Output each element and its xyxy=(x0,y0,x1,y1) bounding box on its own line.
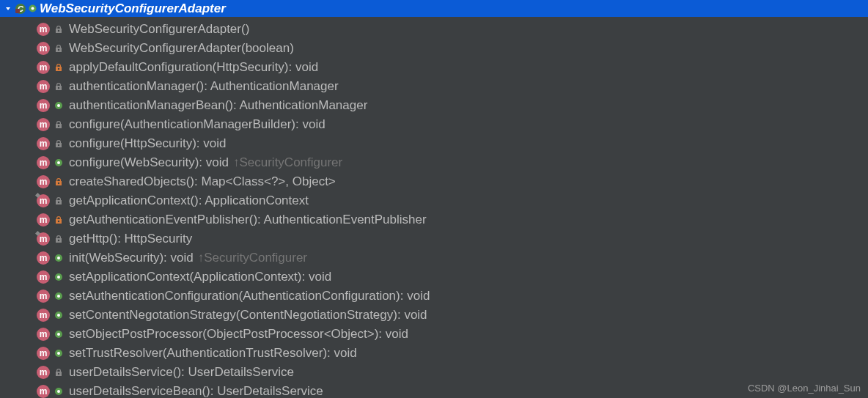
method-icon: m xyxy=(37,118,50,131)
public-access-icon xyxy=(53,309,65,321)
method-row[interactable]: mgetApplicationContext(): ApplicationCon… xyxy=(0,191,868,210)
svg-point-15 xyxy=(58,183,59,184)
method-signature: userDetailsService(): UserDetailsService xyxy=(69,365,294,380)
svg-point-11 xyxy=(58,125,59,127)
protected-access-icon xyxy=(53,23,65,35)
method-icon: m xyxy=(37,213,50,226)
protected-access-icon xyxy=(53,43,65,54)
method-icon: m xyxy=(37,99,50,112)
method-signature: authenticationManager(): AuthenticationM… xyxy=(69,79,339,94)
method-row[interactable]: mgetHttp(): HttpSecurity xyxy=(0,229,868,248)
method-row[interactable]: msetContentNegotationStrategy(ContentNeg… xyxy=(0,306,868,325)
private-access-icon xyxy=(53,62,65,73)
method-icon: m xyxy=(37,156,50,169)
method-icon: m xyxy=(37,61,50,74)
method-signature: setObjectPostProcessor(ObjectPostProcess… xyxy=(69,327,408,342)
method-signature: setApplicationContext(ApplicationContext… xyxy=(69,270,331,284)
public-access-icon xyxy=(53,271,65,283)
method-icon: m xyxy=(37,175,50,188)
svg-point-20 xyxy=(57,257,60,259)
method-signature: setAuthenticationConfiguration(Authentic… xyxy=(69,289,430,303)
protected-access-icon xyxy=(53,195,65,207)
method-icon: m xyxy=(37,270,50,284)
svg-point-33 xyxy=(57,390,60,393)
svg-point-10 xyxy=(57,104,60,107)
method-signature: init(WebSecurity): void xyxy=(69,251,194,265)
method-row[interactable]: mcreateSharedObjects(): Map<Class<?>, Ob… xyxy=(0,172,868,191)
method-row[interactable]: msetTrustResolver(AuthenticationTrustRes… xyxy=(0,344,868,363)
public-access-icon xyxy=(53,157,65,169)
method-row[interactable]: mWebSecurityConfigurerAdapter(boolean) xyxy=(0,39,868,58)
method-row[interactable]: mauthenticationManagerBean(): Authentica… xyxy=(0,96,868,115)
method-list: mWebSecurityConfigurerAdapter()mWebSecur… xyxy=(0,17,868,398)
svg-point-30 xyxy=(57,352,60,355)
class-icon: C xyxy=(15,3,26,15)
method-icon: m xyxy=(37,137,50,150)
method-signature: applyDefaultConfiguration(HttpSecurity):… xyxy=(69,60,318,75)
svg-point-12 xyxy=(58,144,59,146)
method-signature: setTrustResolver(AuthenticationTrustReso… xyxy=(69,346,357,361)
public-access-icon xyxy=(53,252,65,264)
structure-header[interactable]: C WebSecurityConfigurerAdapter xyxy=(0,0,868,17)
public-access-icon xyxy=(53,347,65,359)
expand-toggle-icon[interactable] xyxy=(3,4,13,14)
public-access-icon xyxy=(53,290,65,302)
class-title: WebSecurityConfigurerAdapter xyxy=(40,1,226,16)
method-row[interactable]: mapplyDefaultConfiguration(HttpSecurity)… xyxy=(0,58,868,77)
override-origin: ↑SecurityConfigurer xyxy=(233,155,342,170)
protected-access-icon xyxy=(53,81,65,92)
svg-rect-2 xyxy=(15,9,20,13)
public-access-icon xyxy=(53,386,65,397)
method-signature: configure(AuthenticationManagerBuilder):… xyxy=(69,117,326,132)
svg-point-24 xyxy=(57,295,60,298)
public-access-icon xyxy=(53,100,65,111)
method-signature: getAuthenticationEventPublisher(): Authe… xyxy=(69,213,427,227)
method-row[interactable]: mgetAuthenticationEventPublisher(): Auth… xyxy=(0,210,868,229)
method-icon: m xyxy=(37,42,50,55)
svg-point-26 xyxy=(57,314,60,317)
method-row[interactable]: minit(WebSecurity): void↑SecurityConfigu… xyxy=(0,248,868,268)
method-icon: m xyxy=(37,385,50,398)
method-signature: getApplicationContext(): ApplicationCont… xyxy=(69,194,309,208)
svg-point-4 xyxy=(31,7,34,10)
method-icon: m xyxy=(37,309,50,322)
protected-access-icon xyxy=(53,138,65,150)
method-row[interactable]: mconfigure(AuthenticationManagerBuilder)… xyxy=(0,115,868,134)
svg-point-14 xyxy=(57,161,60,164)
protected-access-icon xyxy=(53,233,65,245)
method-row[interactable]: mauthenticationManager(): Authentication… xyxy=(0,77,868,96)
method-row[interactable]: muserDetailsService(): UserDetailsServic… xyxy=(0,363,868,382)
method-icon: m xyxy=(37,23,50,36)
method-row[interactable]: msetAuthenticationConfiguration(Authenti… xyxy=(0,287,868,306)
method-signature: userDetailsServiceBean(): UserDetailsSer… xyxy=(69,384,323,398)
svg-point-7 xyxy=(58,68,59,70)
method-icon: m xyxy=(37,328,50,341)
protected-access-icon xyxy=(53,119,65,130)
svg-point-18 xyxy=(58,240,59,241)
method-row[interactable]: mWebSecurityConfigurerAdapter() xyxy=(0,20,868,39)
protected-access-icon xyxy=(53,366,65,378)
method-icon: m xyxy=(37,194,50,207)
method-row[interactable]: msetApplicationContext(ApplicationContex… xyxy=(0,268,868,287)
svg-point-6 xyxy=(58,49,59,51)
method-signature: configure(WebSecurity): void xyxy=(69,155,229,170)
method-icon: m xyxy=(37,80,50,93)
method-icon: m xyxy=(37,251,50,265)
public-access-icon xyxy=(53,328,65,340)
private-access-icon xyxy=(53,176,65,188)
method-signature: WebSecurityConfigurerAdapter() xyxy=(69,22,249,37)
method-row[interactable]: msetObjectPostProcessor(ObjectPostProces… xyxy=(0,325,868,344)
method-row[interactable]: muserDetailsServiceBean(): UserDetailsSe… xyxy=(0,382,868,398)
svg-point-22 xyxy=(57,276,60,279)
method-icon: m xyxy=(37,366,50,379)
public-modifier-icon xyxy=(28,4,37,13)
watermark: CSDN @Leon_Jinhai_Sun xyxy=(748,383,861,394)
method-row[interactable]: mconfigure(WebSecurity): void↑SecurityCo… xyxy=(0,153,868,172)
method-signature: WebSecurityConfigurerAdapter(boolean) xyxy=(69,41,294,56)
method-signature: setContentNegotationStrategy(ContentNego… xyxy=(69,308,427,323)
method-row[interactable]: mconfigure(HttpSecurity): void xyxy=(0,134,868,153)
svg-point-16 xyxy=(58,202,59,203)
method-icon: m xyxy=(37,290,50,303)
method-icon: m xyxy=(37,232,50,246)
method-signature: configure(HttpSecurity): void xyxy=(69,136,226,151)
